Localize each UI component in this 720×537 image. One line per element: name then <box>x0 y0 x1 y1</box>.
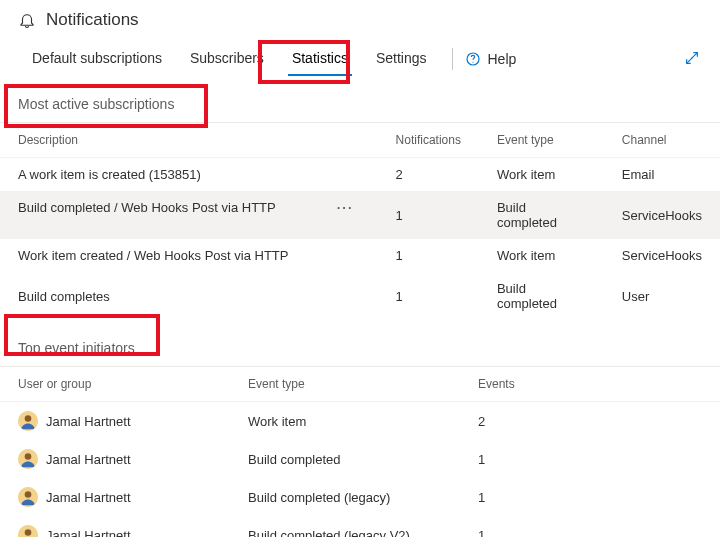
col-header-channel[interactable]: Channel <box>604 123 720 158</box>
col-header-notifications[interactable]: Notifications <box>378 123 479 158</box>
toolbar-divider <box>452 48 453 70</box>
more-actions-icon[interactable]: ··· <box>337 200 360 215</box>
cell-events: 1 <box>460 440 720 478</box>
user-name: Jamal Hartnett <box>46 414 131 429</box>
cell-notifications: 1 <box>378 272 479 320</box>
tab-statistics[interactable]: Statistics <box>278 42 362 76</box>
cell-user: Jamal Hartnett <box>0 402 230 441</box>
table-row[interactable]: Build completes1Build completedUser <box>0 272 720 320</box>
cell-channel: User <box>604 272 720 320</box>
col-header-event-type[interactable]: Event type <box>230 367 460 402</box>
cell-channel: Email <box>604 158 720 192</box>
help-icon <box>465 51 481 67</box>
avatar <box>18 449 38 469</box>
col-header-user[interactable]: User or group <box>0 367 230 402</box>
table-row[interactable]: Jamal HartnettBuild completed1 <box>0 440 720 478</box>
user-name: Jamal Hartnett <box>46 490 131 505</box>
avatar <box>18 487 38 507</box>
cell-channel: ServiceHooks <box>604 191 720 239</box>
cell-notifications: 1 <box>378 239 479 272</box>
svg-point-3 <box>25 415 32 422</box>
cell-events: 1 <box>460 478 720 516</box>
cell-description: Build completes <box>0 272 378 320</box>
section-most-active-subscriptions: Most active subscriptions <box>0 76 720 123</box>
table-row[interactable]: Build completed / Web Hooks Post via HTT… <box>0 191 720 239</box>
cell-channel: ServiceHooks <box>604 239 720 272</box>
bell-icon <box>18 11 36 29</box>
cell-user: Jamal Hartnett <box>0 440 230 478</box>
tab-bar: Default subscriptions Subscribers Statis… <box>0 34 720 76</box>
cell-description: Build completed / Web Hooks Post via HTT… <box>0 191 378 224</box>
cell-event-type: Build completed <box>479 191 604 239</box>
cell-event-type: Build completed <box>230 440 460 478</box>
section-top-event-initiators: Top event initiators <box>0 320 720 367</box>
svg-point-9 <box>25 529 32 536</box>
user-name: Jamal Hartnett <box>46 452 131 467</box>
cell-event-type: Work item <box>479 158 604 192</box>
cell-description: A work item is created (153851) <box>0 158 378 192</box>
cell-events: 1 <box>460 516 720 537</box>
page-title: Notifications <box>46 10 139 30</box>
avatar <box>18 525 38 537</box>
help-label: Help <box>487 51 516 67</box>
cell-event-type: Work item <box>230 402 460 441</box>
page-header: Notifications <box>0 0 720 34</box>
cell-notifications: 2 <box>378 158 479 192</box>
cell-notifications: 1 <box>378 191 479 239</box>
cell-user: Jamal Hartnett <box>0 516 230 537</box>
cell-event-type: Build completed (legacy V2) <box>230 516 460 537</box>
svg-point-5 <box>25 453 32 460</box>
cell-user: Jamal Hartnett <box>0 478 230 516</box>
cell-event-type: Build completed (legacy) <box>230 478 460 516</box>
cell-event-type: Build completed <box>479 272 604 320</box>
table-row[interactable]: Jamal HartnettBuild completed (legacy)1 <box>0 478 720 516</box>
user-name: Jamal Hartnett <box>46 528 131 538</box>
avatar <box>18 411 38 431</box>
table-row[interactable]: Jamal HartnettWork item2 <box>0 402 720 441</box>
col-header-description[interactable]: Description <box>0 123 378 158</box>
table-row[interactable]: A work item is created (153851)2Work ite… <box>0 158 720 192</box>
initiators-table: User or group Event type Events Jamal Ha… <box>0 367 720 537</box>
cell-events: 2 <box>460 402 720 441</box>
svg-point-1 <box>473 62 474 63</box>
cell-event-type: Work item <box>479 239 604 272</box>
col-header-events[interactable]: Events <box>460 367 720 402</box>
col-header-event-type[interactable]: Event type <box>479 123 604 158</box>
help-button[interactable]: Help <box>465 51 516 67</box>
expand-button[interactable] <box>684 50 702 69</box>
subscriptions-table: Description Notifications Event type Cha… <box>0 123 720 320</box>
tab-default-subscriptions[interactable]: Default subscriptions <box>18 42 176 76</box>
cell-description: Work item created / Web Hooks Post via H… <box>0 239 378 272</box>
table-row[interactable]: Work item created / Web Hooks Post via H… <box>0 239 720 272</box>
tab-settings[interactable]: Settings <box>362 42 441 76</box>
table-row[interactable]: Jamal HartnettBuild completed (legacy V2… <box>0 516 720 537</box>
svg-point-7 <box>25 491 32 498</box>
tab-subscribers[interactable]: Subscribers <box>176 42 278 76</box>
